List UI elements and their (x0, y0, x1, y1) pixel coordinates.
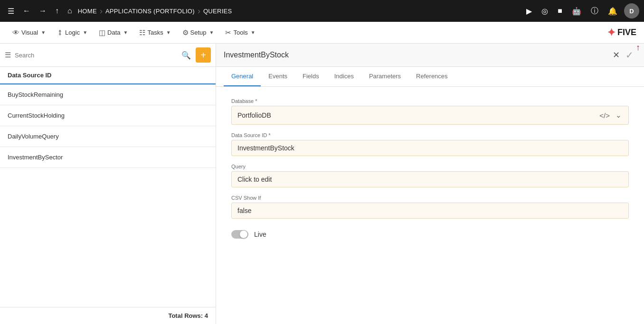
robot-button[interactable]: 🤖 (569, 5, 584, 18)
red-arrow-indicator: ↑ (636, 43, 640, 53)
tab-parameters[interactable]: Parameters (361, 67, 408, 86)
list-item[interactable]: CurrentStockHolding (0, 105, 216, 126)
setup-label: Setup (190, 29, 207, 36)
sidebar-search-bar: ☰ 🔍 + (0, 44, 216, 67)
breadcrumb-area: ☰ ← → ↑ ⌂ HOME › APPLICATIONS (PORTFOLIO… (5, 5, 520, 18)
top-navigation: ☰ ← → ↑ ⌂ HOME › APPLICATIONS (PORTFOLIO… (0, 0, 644, 22)
csv-show-if-input-wrap[interactable]: false (231, 203, 629, 219)
database-field-value: PortfolioDB (237, 111, 595, 119)
tasks-icon: ☷ (139, 28, 145, 37)
breadcrumb-home: HOME (78, 8, 97, 15)
list-item-label: DailyVolumeQuery (8, 133, 59, 140)
tab-general[interactable]: General (224, 67, 261, 86)
logic-arrow: ▼ (83, 30, 87, 35)
forward-button[interactable]: → (36, 5, 49, 17)
tab-indices[interactable]: Indices (327, 67, 361, 86)
filter-icon: ☰ (5, 51, 11, 59)
database-field-input-wrap[interactable]: PortfolioDB </> ⌄ (231, 106, 629, 125)
add-button[interactable]: + (196, 47, 211, 63)
csv-show-if-label: CSV Show If (231, 195, 629, 201)
data-icon: ◫ (99, 28, 105, 37)
tab-fields[interactable]: Fields (295, 67, 327, 86)
database-field-label: Database * (231, 98, 629, 104)
logic-icon: ⥉ (57, 28, 63, 37)
breadcrumb-separator-1: › (100, 6, 103, 16)
logic-menu[interactable]: ⥉ Logic ▼ (52, 26, 92, 40)
setup-arrow: ▼ (209, 30, 214, 35)
breadcrumb-separator-2: › (198, 6, 200, 16)
search-input[interactable] (15, 52, 177, 59)
tools-label: Tools (233, 29, 247, 36)
setup-menu[interactable]: ⚙ Setup ▼ (178, 26, 219, 40)
data-label: Data (107, 29, 120, 36)
query-field-value: Click to edit (237, 176, 623, 183)
database-code-button[interactable]: </> (598, 111, 611, 120)
csv-show-if-value: false (237, 207, 623, 214)
live-toggle-row: Live (231, 226, 629, 242)
data-menu[interactable]: ◫ Data ▼ (94, 26, 133, 40)
play-button[interactable]: ▶ (523, 5, 535, 18)
tasks-label: Tasks (147, 29, 163, 36)
back-button[interactable]: ← (20, 5, 33, 17)
stop-button[interactable]: ■ (555, 5, 565, 17)
form-area: Database * PortfolioDB </> ⌄ Data Source… (216, 87, 644, 324)
list-item-label: BuyStockRemaining (8, 91, 63, 98)
user-avatar[interactable]: D (624, 3, 639, 19)
csv-show-if-field-group: CSV Show If false (231, 195, 629, 219)
breadcrumb-queries: QUERIES (203, 8, 232, 15)
help-button[interactable]: ⓘ (588, 4, 601, 18)
visual-icon: 👁 (12, 28, 19, 37)
main-content: ☰ 🔍 + Data Source ID BuyStockRemaining C… (0, 44, 644, 324)
sidebar: ☰ 🔍 + Data Source ID BuyStockRemaining C… (0, 44, 216, 324)
list-item[interactable]: BuyStockRemaining (0, 84, 216, 105)
list-item-label: CurrentStockHolding (8, 112, 65, 119)
panel-close-button[interactable]: ✕ (610, 49, 623, 61)
live-toggle[interactable] (231, 230, 248, 239)
sidebar-column-header: Data Source ID (0, 67, 216, 84)
panel-confirm-button[interactable]: ✓ ↑ (623, 48, 636, 62)
list-item-label: InvestmentBySector (8, 154, 63, 161)
breadcrumb-applications: APPLICATIONS (PORTFOLIO) (105, 8, 195, 15)
sidebar-list: BuyStockRemaining CurrentStockHolding Da… (0, 84, 216, 307)
list-item[interactable]: DailyVolumeQuery (0, 126, 216, 147)
list-item[interactable]: InvestmentBySector (0, 147, 216, 168)
data-arrow: ▼ (123, 30, 128, 35)
query-field-input-wrap[interactable]: Click to edit (231, 171, 629, 187)
query-field-label: Query (231, 164, 629, 169)
database-field-group: Database * PortfolioDB </> ⌄ (231, 98, 629, 125)
top-nav-actions: ▶ ◎ ■ 🤖 ⓘ 🔔 D (523, 3, 639, 19)
visual-label: Visual (21, 29, 38, 36)
tools-icon: ✂ (225, 28, 231, 37)
five-logo-star-icon: ✦ (607, 27, 616, 39)
tab-references[interactable]: References (408, 67, 455, 86)
logic-label: Logic (65, 29, 80, 36)
datasource-id-label: Data Source ID * (231, 132, 629, 138)
panel-title: InvestmentByStock (224, 51, 610, 59)
tasks-menu[interactable]: ☷ Tasks ▼ (134, 26, 175, 40)
datasource-id-input-wrap[interactable]: InvestmentByStock (231, 140, 629, 156)
live-toggle-label: Live (254, 231, 266, 238)
query-field-group: Query Click to edit (231, 164, 629, 187)
setup-icon: ⚙ (182, 28, 189, 37)
tab-events[interactable]: Events (261, 67, 295, 86)
up-button[interactable]: ↑ (52, 5, 62, 17)
hamburger-menu-button[interactable]: ☰ (5, 5, 17, 18)
visual-arrow: ▼ (41, 30, 46, 35)
panel-header: InvestmentByStock ✕ ✓ ↑ (216, 44, 644, 67)
bell-button[interactable]: 🔔 (605, 5, 620, 18)
five-logo: ✦ FIVE (607, 27, 636, 39)
tabs-bar: General Events Fields Indices Parameters… (216, 67, 644, 87)
datasource-id-value: InvestmentByStock (237, 144, 623, 152)
visual-menu[interactable]: 👁 Visual ▼ (8, 26, 50, 39)
home-icon: ⌂ (67, 7, 72, 15)
home-button[interactable]: ⌂ (65, 5, 75, 17)
tasks-arrow: ▼ (166, 30, 171, 35)
tools-menu[interactable]: ✂ Tools ▼ (220, 26, 260, 40)
five-logo-text: FIVE (617, 28, 636, 37)
secondary-navigation: 👁 Visual ▼ ⥉ Logic ▼ ◫ Data ▼ ☷ Tasks ▼ … (0, 22, 644, 44)
datasource-id-field-group: Data Source ID * InvestmentByStock (231, 132, 629, 156)
search-button[interactable]: 🔍 (180, 50, 192, 61)
tools-arrow: ▼ (251, 30, 256, 35)
database-dropdown-button[interactable]: ⌄ (615, 110, 623, 120)
record-button[interactable]: ◎ (539, 5, 551, 18)
